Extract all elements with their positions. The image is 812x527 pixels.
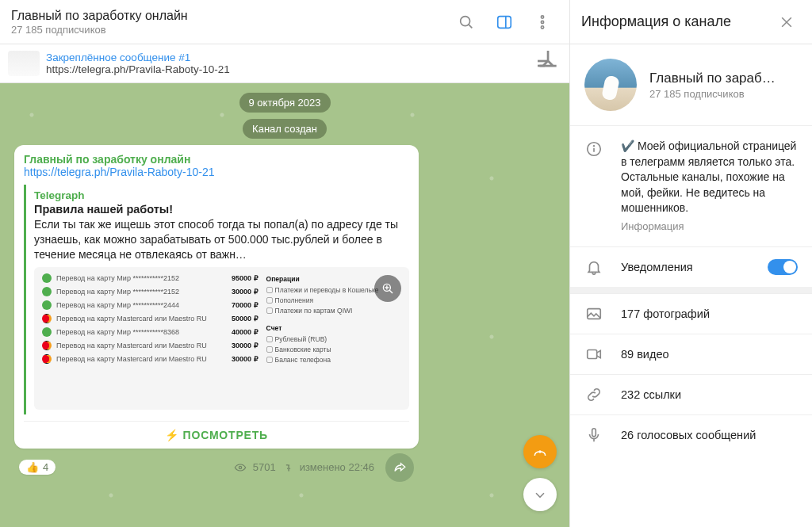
scroll-down-button[interactable] bbox=[523, 478, 557, 511]
chat-subscribers: 27 185 подписчиков bbox=[11, 24, 444, 36]
edited-time: изменено 22:46 bbox=[300, 461, 374, 473]
transaction-row: Перевод на карту Mastercard или Maestro … bbox=[42, 341, 259, 350]
reaction-button[interactable]: 👍 4 bbox=[19, 460, 56, 475]
svg-rect-2 bbox=[498, 16, 511, 28]
transaction-row: Перевод на карту Мир ***********21523000… bbox=[42, 287, 259, 296]
transaction-row: Перевод на карту Мир ***********83684000… bbox=[42, 327, 259, 337]
chat-header: Главный по заработку онлайн 27 185 подпи… bbox=[0, 0, 569, 44]
about-block[interactable]: ✔️ Моей официальной страницей в телеграм… bbox=[570, 125, 812, 246]
link-icon bbox=[583, 386, 605, 403]
svg-point-5 bbox=[541, 21, 543, 23]
svg-point-0 bbox=[461, 16, 470, 25]
instant-view-button[interactable]: ⚡ ПОСМОТРЕТЬ bbox=[24, 421, 409, 445]
svg-rect-22 bbox=[592, 429, 596, 437]
more-icon[interactable] bbox=[527, 6, 558, 38]
svg-point-6 bbox=[541, 25, 543, 28]
channel-subscribers: 27 185 подписчиков bbox=[649, 88, 776, 100]
notifications-row[interactable]: Уведомления bbox=[570, 246, 812, 287]
panel-title: Информация о канале bbox=[581, 13, 766, 30]
reaction-count: 4 bbox=[43, 461, 48, 473]
date-separator: 9 октября 2023 bbox=[239, 93, 331, 113]
svg-point-13 bbox=[239, 466, 241, 468]
transaction-row: Перевод на карту Mastercard или Maestro … bbox=[42, 314, 259, 323]
svg-point-14 bbox=[538, 450, 541, 453]
search-icon[interactable] bbox=[450, 6, 482, 38]
pinned-thumbnail bbox=[8, 51, 40, 76]
bell-icon bbox=[583, 258, 605, 276]
service-message: Канал создан bbox=[243, 119, 327, 139]
transaction-row: Перевод на карту Mastercard или Maestro … bbox=[42, 354, 259, 364]
pinned-text: https://telegra.ph/Pravila-Raboty-10-21 bbox=[46, 63, 527, 75]
chat-title-block[interactable]: Главный по заработку онлайн 27 185 подпи… bbox=[11, 9, 444, 36]
pinned-bar[interactable]: Закреплённое сообщение #1 https://telegr… bbox=[0, 44, 569, 83]
media-videos-label: 89 видео bbox=[621, 348, 798, 361]
pinned-title: Закреплённое сообщение #1 bbox=[46, 52, 527, 63]
svg-line-12 bbox=[389, 290, 393, 293]
about-text: ✔️ Моей официальной страницей в телеграм… bbox=[621, 139, 798, 216]
message-author: Главный по заработку онлайн bbox=[24, 153, 409, 166]
chat-title: Главный по заработку онлайн bbox=[11, 9, 444, 23]
preview-site: Telegraph bbox=[34, 189, 409, 201]
voice-chat-button[interactable] bbox=[523, 435, 557, 468]
preview-image[interactable]: Перевод на карту Мир ***********21529500… bbox=[34, 267, 409, 410]
pinned-list-icon[interactable] bbox=[533, 49, 561, 78]
share-button[interactable] bbox=[385, 453, 414, 482]
views-count: 5701 bbox=[253, 461, 276, 473]
media-links-label: 232 ссылки bbox=[621, 388, 798, 401]
microphone-icon bbox=[583, 426, 605, 444]
svg-rect-21 bbox=[588, 350, 597, 359]
channel-info-panel: Информация о канале Главный по зараб… 27… bbox=[569, 0, 812, 527]
notifications-label: Уведомления bbox=[621, 261, 752, 273]
svg-rect-20 bbox=[588, 309, 601, 319]
transaction-row: Перевод на карту Мир ***********21529500… bbox=[42, 273, 259, 283]
preview-description: Если ты так же ищешь этот способ тогда т… bbox=[34, 217, 409, 262]
pin-icon bbox=[282, 462, 293, 473]
zoom-icon[interactable] bbox=[374, 275, 401, 302]
media-videos-row[interactable]: 89 видео bbox=[570, 334, 812, 374]
message-link[interactable]: https://telegra.ph/Pravila-Raboty-10-21 bbox=[24, 166, 409, 178]
link-preview[interactable]: Telegraph Правила нашей работы! Если ты … bbox=[24, 185, 409, 414]
svg-point-4 bbox=[541, 15, 543, 17]
reaction-emoji: 👍 bbox=[26, 461, 39, 473]
chat-area: 9 октября 2023 Канал создан Главный по з… bbox=[0, 83, 569, 527]
svg-line-1 bbox=[469, 24, 472, 27]
channel-name: Главный по зараб… bbox=[649, 71, 776, 86]
message-footer: 👍 4 5701 изменено 22:46 bbox=[14, 453, 419, 482]
about-meta: Информация bbox=[621, 220, 798, 234]
media-photos-row[interactable]: 177 фотографий bbox=[570, 293, 812, 334]
preview-title: Правила нашей работы! bbox=[34, 203, 409, 216]
media-links-row[interactable]: 232 ссылки bbox=[570, 374, 812, 414]
video-icon bbox=[583, 346, 605, 363]
notifications-toggle[interactable] bbox=[768, 259, 798, 275]
sidebar-toggle-icon[interactable] bbox=[488, 6, 520, 38]
media-photos-label: 177 фотографий bbox=[621, 307, 798, 320]
media-voice-label: 26 голосовых сообщений bbox=[621, 429, 798, 441]
info-icon bbox=[583, 139, 605, 234]
message[interactable]: Главный по заработку онлайн https://tele… bbox=[14, 145, 419, 482]
channel-profile[interactable]: Главный по зараб… 27 185 подписчиков bbox=[570, 44, 812, 125]
media-voice-row[interactable]: 26 голосовых сообщений bbox=[570, 414, 812, 455]
svg-point-19 bbox=[594, 146, 595, 147]
close-icon[interactable] bbox=[772, 8, 801, 36]
photo-icon bbox=[583, 305, 605, 323]
avatar bbox=[584, 59, 637, 111]
transaction-row: Перевод на карту Мир ***********24447000… bbox=[42, 300, 259, 310]
views-icon bbox=[234, 461, 247, 474]
